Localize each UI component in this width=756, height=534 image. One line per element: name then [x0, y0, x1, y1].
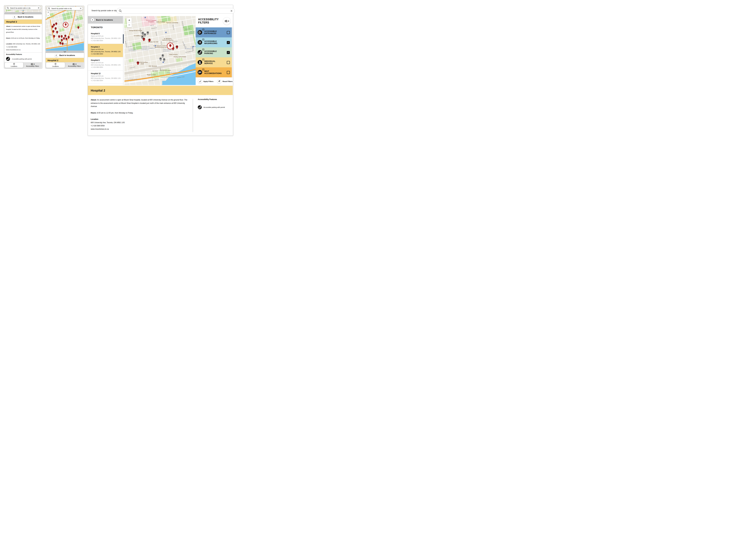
- map-pin-red[interactable]: [52, 25, 54, 28]
- location-opens: Opens at 8:00 am: [91, 75, 121, 77]
- chevron-left-icon[interactable]: [13, 15, 16, 18]
- entrance-icon: [198, 30, 202, 35]
- back-to-locations-label: Back to locations: [96, 19, 113, 21]
- filter-checkbox[interactable]: ✓: [227, 41, 230, 44]
- filter-row-parking[interactable]: PACCESSIBLE PARKING✓: [196, 47, 232, 57]
- list-item[interactable]: Hospital 12Opens at 8:00 am600 Universit…: [88, 70, 123, 84]
- info-icon[interactable]: [202, 39, 204, 41]
- map-pin-red[interactable]: [62, 42, 64, 45]
- tab-filters-label: Accessibility Filters: [26, 65, 39, 67]
- chevron-down-icon: [64, 51, 66, 52]
- locations-list: Back to locations TORONTO Hospital 8Open…: [88, 16, 124, 85]
- search-icon: [7, 7, 9, 9]
- filters-footer: Apply Filters ↺ Reset Filters: [196, 77, 233, 85]
- filter-label: WAIT ACCOMODATIONS: [204, 67, 224, 77]
- map-pin-red[interactable]: [63, 37, 65, 40]
- accessible-parking-icon: P: [6, 57, 10, 61]
- map-pin-red[interactable]: [61, 35, 63, 38]
- map-desktop[interactable]: + − Toronto General HospitalDelta Chelse…: [124, 16, 196, 85]
- filter-checkbox[interactable]: [227, 71, 230, 74]
- map-pin-gray[interactable]: [163, 58, 165, 62]
- sidebar-scrollbar[interactable]: [232, 27, 233, 77]
- map-pin-red[interactable]: [77, 26, 79, 29]
- map-pin-red[interactable]: [52, 30, 54, 33]
- map-pin-gray[interactable]: [147, 31, 149, 35]
- chevron-left-icon[interactable]: [55, 54, 58, 57]
- zoom-out-button[interactable]: −: [47, 14, 50, 17]
- filter-checkbox[interactable]: [227, 61, 230, 64]
- info-icon[interactable]: [202, 48, 204, 51]
- clear-search-icon[interactable]: [38, 7, 40, 9]
- zoom-in-button[interactable]: +: [47, 11, 50, 14]
- filter-checkbox[interactable]: [227, 31, 230, 34]
- filters-sliders-icon: [225, 20, 228, 22]
- filter-row-washroom[interactable]: ACCESSIBLE WASHROOMS✓: [196, 37, 232, 47]
- address-text: 600 University Ave, Toronto, ON M5G 1X5: [91, 121, 187, 125]
- map-pin-red[interactable]: [55, 27, 57, 30]
- map-pin-red[interactable]: [65, 38, 68, 41]
- back-to-locations-button[interactable]: Back to locations: [4, 14, 42, 19]
- back-to-locations-button[interactable]: Back to locations: [46, 53, 84, 58]
- search-input[interactable]: [51, 8, 79, 10]
- location-phone: +1 416-586-5054: [91, 79, 121, 82]
- apply-filters-button[interactable]: Apply Filters: [198, 77, 213, 85]
- map-mobile[interactable]: YORKEAST YORKTorontoAllenDVPDVP: [46, 6, 84, 50]
- filter-row-person[interactable]: INDIVIDUAL SERVICE: [196, 57, 232, 67]
- location-detail-section: About: An assessment centre is open at M…: [88, 95, 233, 135]
- map-pin-gray[interactable]: [159, 57, 162, 61]
- map-pin-red[interactable]: [71, 38, 73, 41]
- reset-icon: ↺: [217, 79, 221, 84]
- map-pin-red[interactable]: [143, 38, 145, 41]
- map-pin-red[interactable]: [68, 36, 70, 39]
- location-address: 600 University Ave, Toronto, ON M5G 1X5: [91, 77, 121, 79]
- zoom-in-button[interactable]: +: [127, 18, 132, 22]
- map-pin-red[interactable]: [148, 39, 151, 42]
- zoom-out-button[interactable]: −: [127, 23, 132, 27]
- filter-row-entrance[interactable]: ACCESSIBLE ENTRANCES: [196, 27, 232, 37]
- apply-check-icon: [198, 79, 202, 84]
- map-zoom-control: + −: [47, 11, 50, 17]
- info-icon[interactable]: [202, 69, 204, 71]
- list-item[interactable]: Hospital 6Opens at 8:00 am600 University…: [88, 57, 123, 70]
- search-input[interactable]: [123, 10, 229, 12]
- tab-locations[interactable]: Locations: [46, 62, 65, 68]
- search-header: Search by postal code or city: [88, 5, 233, 16]
- map-pin-red[interactable]: [61, 39, 63, 42]
- map-pin-selected[interactable]: [167, 43, 174, 49]
- map-pin-red[interactable]: [137, 61, 139, 65]
- map-pin-red[interactable]: [53, 35, 55, 38]
- back-to-locations-button[interactable]: Back to locations: [88, 16, 124, 24]
- tab-locations[interactable]: Locations: [5, 62, 23, 68]
- chevron-left-icon[interactable]: [91, 18, 94, 21]
- hours-text: Hours: 8:00 am to 12:00 pm, from Monday …: [91, 111, 187, 115]
- search-input[interactable]: [10, 7, 37, 9]
- location-pin-icon: [13, 63, 15, 65]
- list-scrollbar[interactable]: [123, 16, 124, 85]
- map-pin-selected[interactable]: [63, 22, 68, 28]
- list-scrollbar-thumb[interactable]: [123, 34, 124, 43]
- reset-filters-button[interactable]: ↺ Reset Filters: [217, 77, 232, 85]
- map-pin-red[interactable]: [55, 22, 57, 25]
- collapse-handle[interactable]: [46, 50, 84, 53]
- washroom-icon: [198, 40, 202, 45]
- clear-search-icon[interactable]: [80, 8, 82, 9]
- map-pin-red[interactable]: [56, 31, 58, 34]
- website-link[interactable]: www.mountsinai.on.ca: [6, 48, 40, 51]
- tab-accessibility-filters[interactable]: 0 Accessibility Filters: [23, 62, 42, 68]
- features-heading: Accessibility Features: [198, 98, 230, 100]
- map-pin-gray[interactable]: [144, 33, 146, 37]
- list-item[interactable]: Hospital 2Opens at 8:00 am600 University…: [88, 44, 123, 57]
- map-pin-red[interactable]: [58, 35, 60, 38]
- tab-accessibility-filters[interactable]: 0 Accessibility Filters: [65, 62, 84, 68]
- list-item[interactable]: Hospital 8Opens at 8:00 am600 University…: [88, 31, 123, 44]
- info-icon[interactable]: [202, 59, 204, 61]
- website-link[interactable]: www.mountsinai.on.ca: [91, 127, 187, 131]
- filter-checkbox[interactable]: ✓: [227, 51, 230, 54]
- collapse-handle[interactable]: [4, 12, 42, 14]
- filter-row-queue[interactable]: WAIT ACCOMODATIONS: [196, 67, 232, 77]
- map-pin-red[interactable]: [59, 42, 61, 45]
- location-heading: Location: [91, 118, 187, 121]
- info-icon[interactable]: [202, 29, 204, 31]
- clear-search-icon[interactable]: [230, 10, 232, 12]
- map-pin-red[interactable]: [176, 45, 178, 49]
